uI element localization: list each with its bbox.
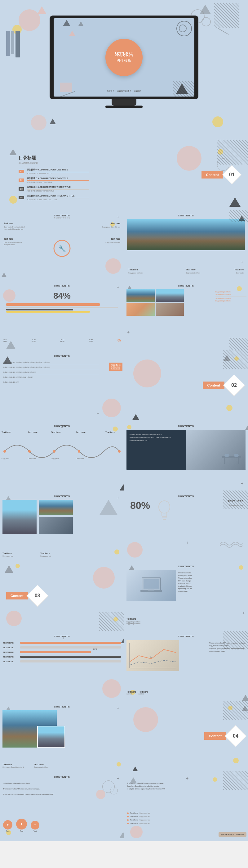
svg-rect-17 (144, 579, 159, 589)
title-circle: 述职报告 PPT模板 (105, 39, 143, 76)
slide-3l: CONTENTS 单击此处添加副标题 🔧 Text here Copy past… (0, 210, 124, 280)
city-photo (127, 219, 245, 250)
slide-8l: Content 03 (0, 561, 124, 631)
content-badge-01: Content 01 (202, 168, 239, 182)
text-here-label: TEXT HERE (227, 500, 243, 503)
slide-7l: CONTENTS Text here Copy paste text Text … (0, 491, 124, 561)
supporting-text: Supporting text here. (229, 504, 243, 506)
slide-hero: 述职报告 PPT模板 制作人：6素材 演讲人：6素材 (0, 0, 248, 140)
svg-point-4 (118, 450, 120, 453)
deco-pink-circle-bl (31, 115, 46, 130)
title-line1: 述职报告 (115, 52, 133, 57)
title-line2: PPT模板 (116, 58, 131, 63)
slide-6l: CONTENTS Text here Copy paste Text here … (0, 420, 124, 491)
slide-10r: Content 04 (124, 701, 248, 771)
deco-book-stack (6, 31, 20, 57)
person-circle: 🔧 (54, 240, 71, 257)
slide-row-4: CONTENTS Text here Copy paste Text here … (0, 420, 248, 491)
svg-point-1 (28, 450, 31, 453)
slide-9l: CONTENTS TEXT HERE TEXT HERE TEXT HERE 8… (0, 631, 124, 701)
screen: 述职报告 PPT模板 制作人：6素材 演讲人：6素材 (54, 18, 194, 97)
toc-header: 目录标题 (19, 155, 248, 161)
svg-point-9 (234, 454, 239, 457)
slide-row-7: CONTENTS TEXT HERE TEXT HERE TEXT HERE 8… (0, 631, 248, 701)
svg-point-10 (159, 501, 170, 513)
svg-point-8 (224, 454, 229, 457)
slide-6r: CONTENTS Unified fonts make reading more… (124, 420, 248, 491)
slide-row-3: CONTENTS 单击此处添加具体文字内容，单击此处添加具体文字内容，添加文字。… (0, 350, 248, 420)
slide-3r: CONTENTS Text here Copy paste text here … (124, 210, 248, 280)
slide-toc: 目录标题 单击此处添加副标题 01 添加目录一 ADD DIRECTORY ON… (0, 140, 248, 210)
slide-row-8: CONTENTS Text here Copy paste: Does this… (0, 701, 248, 771)
slide-8r: CONTENTS Unified fonts make reading more… (124, 561, 248, 631)
slide-row-6: Content 03 CONTENTS Unified fonts make r… (0, 561, 248, 631)
wavy-timeline (2, 436, 122, 461)
slide-5l: CONTENTS 单击此处添加具体文字内容，单击此处添加具体文字内容，添加文字。… (0, 350, 124, 420)
deco-line-rect (218, 28, 229, 35)
deco-tri-bl (49, 119, 56, 124)
percent-80: 80% (130, 500, 150, 511)
slide-4r: CONTENTS Supporting text here. Supportin… (124, 280, 248, 350)
slide-9r: CONTENTS △ Theme color makes PPT more co… (124, 631, 248, 701)
big-percent: 84% (53, 291, 71, 301)
deco-outline-circle-tr2 (202, 17, 211, 26)
slide-row-9: CONTENTS Unified fonts make reading more… (0, 771, 248, 841)
slide-5r: Content 02 (124, 350, 248, 420)
deco-tri-pink-tl (37, 6, 46, 14)
svg-point-0 (3, 450, 6, 453)
slide-11r: 图网·素材·每日更新 36848137 Theme color makes PP… (124, 771, 248, 841)
deco-zigzag-tr (214, 3, 239, 28)
slide-row-5: CONTENTS Text here Copy paste text Text … (0, 491, 248, 561)
toc-sub: 单击此处添加副标题 (19, 161, 248, 164)
slide-4l: CONTENTS 84% TEXTHERE TEXTHERE TEXTHERE … (0, 280, 124, 350)
svg-rect-7 (238, 458, 239, 464)
wave-shapes (218, 539, 243, 548)
bulb-icon (155, 498, 174, 523)
slide-10l: CONTENTS Text here Copy paste: Does this… (0, 701, 124, 771)
slide-row-2: CONTENTS 84% TEXTHERE TEXTHERE TEXTHERE … (0, 280, 248, 350)
svg-rect-6 (224, 458, 225, 464)
monitor: 述职报告 PPT模板 制作人：6素材 演讲人：6素材 (49, 16, 199, 108)
slide-11l: CONTENTS Unified fonts make reading more… (0, 771, 124, 841)
svg-point-2 (53, 450, 56, 453)
slide-row-1: CONTENTS 单击此处添加副标题 🔧 Text here Copy past… (0, 210, 248, 280)
slide-7r: CONTENTS 80% TEXT HERE Supporting text h… (124, 491, 248, 561)
watermark-badge: 图网·素材·每日更新 36848137 (218, 832, 246, 837)
deco-yellow-circle-br (212, 116, 223, 127)
hero-meta: 制作人：6素材 演讲人：6素材 (107, 89, 140, 93)
svg-text:△: △ (150, 655, 152, 658)
svg-point-3 (78, 450, 80, 453)
plus-deco: + (117, 215, 119, 219)
